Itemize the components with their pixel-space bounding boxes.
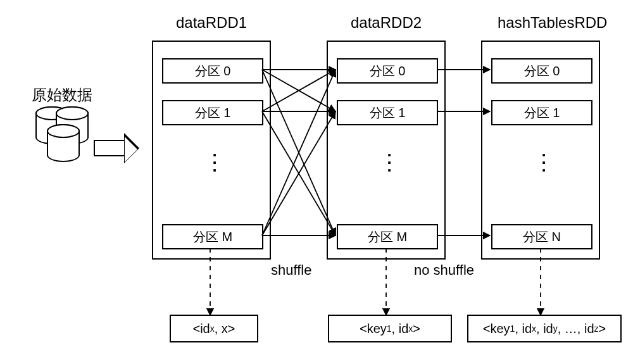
text: , id [536, 322, 553, 336]
source-label: 原始数据 [32, 85, 92, 105]
column-3: 分区 0 分区 1 ... 分区 N [481, 41, 600, 260]
column-title-2: dataRDD2 [351, 14, 422, 32]
partition-box: 分区 M [337, 224, 438, 249]
operation-label-shuffle: shuffle [271, 262, 311, 279]
column-title-3: hashTablesRDD [498, 14, 607, 32]
partition-box: 分区 0 [491, 58, 592, 84]
text: <key [483, 322, 510, 336]
subscript: 1 [510, 323, 515, 334]
partition-box: 分区 0 [162, 58, 263, 84]
subscript: x [408, 323, 413, 334]
text: > [413, 322, 420, 336]
vertical-ellipsis-icon: ... [492, 147, 599, 170]
fat-arrow-icon [94, 133, 139, 163]
text: , id [392, 322, 409, 336]
partition-box: 分区 M [162, 224, 263, 249]
data-format-box-1: <idx, x> [170, 315, 258, 342]
data-format-box-2: <key1, idx> [328, 315, 452, 342]
diagram-root: 原始数据 dataRDD1 dataRDD2 hashTablesRDD 分区 … [0, 0, 633, 364]
svg-line-7 [262, 111, 335, 235]
data-format-box-3: <key1, idx, idy, …, idz> [467, 315, 622, 342]
partition-box: 分区 0 [337, 58, 438, 84]
subscript: x [532, 323, 536, 334]
operation-label-no-shuffle: no shuffle [414, 262, 474, 279]
vertical-ellipsis-icon: ... [338, 147, 444, 170]
text: <id [192, 322, 210, 336]
partition-box: 分区 1 [491, 100, 592, 125]
column-title-1: dataRDD1 [176, 14, 247, 32]
svg-line-5 [262, 111, 335, 235]
svg-line-6 [262, 70, 335, 235]
vertical-ellipsis-icon: ... [163, 147, 270, 170]
svg-line-2 [262, 70, 335, 235]
text: , x> [215, 322, 235, 336]
database-cylinder-icon [47, 124, 80, 162]
text: <key [360, 322, 387, 336]
text: > [599, 322, 606, 336]
column-2: 分区 0 分区 1 ... 分区 M [327, 41, 446, 260]
svg-line-3 [262, 70, 335, 111]
svg-line-1 [262, 70, 335, 111]
subscript: y [553, 323, 558, 334]
column-1: 分区 0 分区 1 ... 分区 M [152, 41, 271, 260]
partition-box: 分区 N [491, 224, 592, 249]
text: , …, id [558, 322, 594, 336]
subscript: x [210, 323, 215, 334]
partition-box: 分区 1 [162, 100, 263, 125]
partition-box: 分区 1 [337, 100, 438, 125]
subscript: z [594, 323, 599, 334]
text: , id [515, 322, 532, 336]
subscript: 1 [387, 323, 392, 334]
